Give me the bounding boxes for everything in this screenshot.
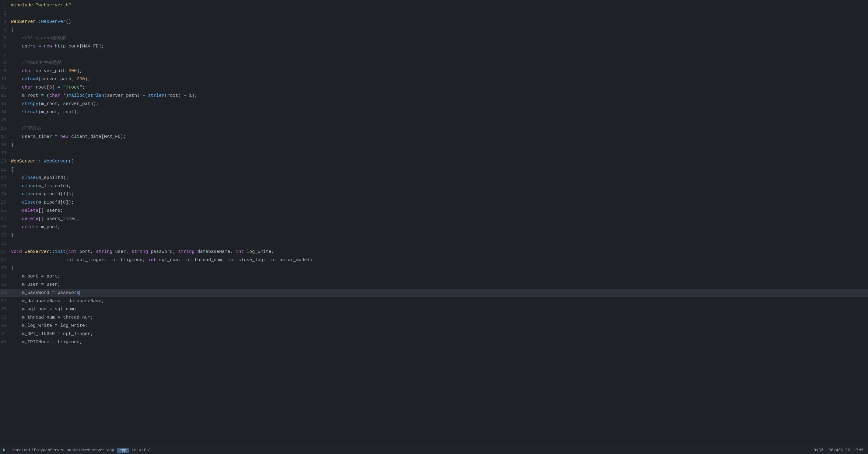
token-kw: char [22,85,33,90]
line-number: 41 [0,330,11,338]
line-content: //定时器 [11,125,864,133]
token-plain: opt_linger, [74,257,110,263]
token-comment: //http_conn类对象 [22,36,66,41]
line-content: m_log_write = log_write; [11,322,864,330]
line-number: 40 [0,322,11,330]
statusbar-left: N ~/project/TinyWebServer-master/webserv… [3,448,151,453]
token-plain: (server_path, [38,77,77,82]
token-plain: ); [85,77,90,82]
token-op: = [63,298,66,304]
token-kw: new [60,134,68,139]
token-kw-type: WebServer [11,159,36,164]
token-fn: strcpy [22,101,38,106]
line-content: strcat(m_root, root); [11,108,864,116]
line-number: 7 [0,51,11,59]
table-row: 40 m_log_write = log_write; [0,322,868,330]
token-kw: int [68,249,77,254]
line-number: 20 [0,157,11,165]
token-op: = [38,44,41,49]
line-content: } [11,141,864,149]
token-op: = [41,93,44,98]
table-row: 30 [0,239,868,248]
token-plain: } [11,233,14,238]
line-number: 10 [0,75,11,84]
line-number: 11 [0,84,11,92]
line-content: int opt_linger, int trigmode, int sql_nu… [11,256,864,264]
token-plain: ( [66,249,68,254]
token-plain: { [11,266,14,271]
token-op: = [55,134,58,139]
token-plain [11,36,22,41]
token-plain: port, [77,249,96,254]
token-plain [11,109,22,115]
token-op: = [58,315,60,320]
token-plain: (m_listenfd); [36,184,71,189]
line-content: users_timer = new client_data[MAX_FD]; [11,133,864,141]
line-number: 9 [0,67,11,75]
line-number: 37 [0,297,11,305]
token-plain: m_port [11,274,41,279]
table-row: 26 delete[] users; [0,206,868,215]
token-comment: //定时器 [22,126,41,131]
table-row: 2 [0,9,868,18]
token-plain: (m_epollfd); [36,175,68,181]
token-plain: (m_root, root); [38,109,80,115]
code-editor: 1#include "webserver.h"23WebServer::WebS… [0,0,868,446]
token-plain [11,175,22,181]
line-content: m_port = port; [11,272,864,281]
token-fn: strlen [88,93,104,98]
token-op: = [41,282,44,287]
token-kw: int [148,257,156,263]
token-plain [58,134,60,139]
status-bar: N ~/project/TinyWebServer-master/webserv… [0,446,868,454]
token-kw: delete [22,225,38,230]
line-number: 22 [0,174,11,182]
token-op: + [143,93,145,98]
line-number: 6 [0,42,11,51]
line-number: 33 [0,264,11,272]
token-plain [186,93,189,98]
line-content: } [11,231,864,239]
line-content: //http_conn类对象 [11,34,864,42]
token-kw: int [66,257,74,263]
line-content: //root文件夹路径 [11,59,864,67]
line-content: char root[6] = "/root"; [11,84,864,92]
token-plain: { [11,27,14,33]
token-kw: string [131,249,148,254]
line-content: { [11,165,864,174]
token-num: 1 [189,93,192,98]
table-row: 28 delete m_pool; [0,223,868,231]
table-row: 27 delete[] users_timer; [0,215,868,223]
token-plain [11,200,22,205]
token-plain: port; [44,274,60,279]
line-content: close(m_pipefd[0]); [11,198,864,206]
token-plain: actor_model) [277,257,312,263]
token-num: 200 [77,77,85,82]
line-number: 2 [0,9,11,18]
token-plain: (m_root, server_path); [38,101,99,106]
line-content: close(m_pipefd[1]); [11,190,864,198]
token-plain: log_write, [244,249,274,254]
token-op: = [52,339,55,345]
table-row: 13 strcpy(m_root, server_path); [0,100,868,108]
token-op: = [52,290,55,295]
token-plain: user, [112,249,131,254]
line-number: 30 [0,239,11,248]
table-row: 34 m_port = port; [0,272,868,281]
token-plain: ] [52,85,58,90]
token-plain: [] users; [38,208,63,213]
line-content: strcpy(m_root, server_path); [11,100,864,108]
token-fn: strcat [22,109,38,115]
table-row: 3WebServer::WebServer() [0,18,868,26]
hex-value: 0x3B [813,448,823,452]
token-plain: sql_num, [156,257,184,263]
token-kw: delete [22,208,38,213]
line-content: #include "webserver.h" [11,1,864,9]
line-content: m_sql_num = sql_num; [11,305,864,314]
token-plain: client_data[MAX_FD]; [68,134,126,139]
table-row: 25 close(m_pipefd[0]); [0,198,868,206]
table-row: 22 close(m_epollfd); [0,174,868,182]
token-plain: ]); [66,200,74,205]
line-number: 32 [0,256,11,264]
token-kw: delete [22,216,38,222]
